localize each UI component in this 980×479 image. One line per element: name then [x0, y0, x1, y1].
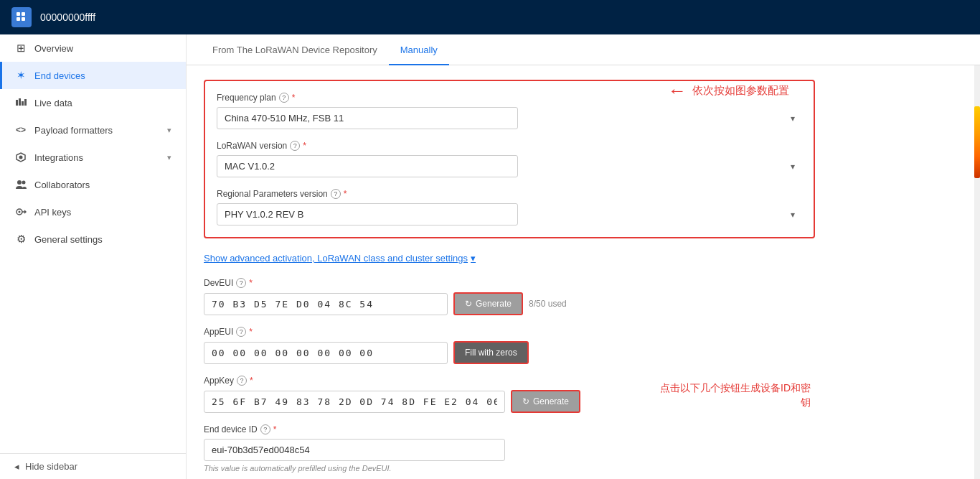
- app-key-input[interactable]: [204, 391, 505, 413]
- sidebar-item-label: Overview: [34, 43, 73, 54]
- regional-params-select[interactable]: PHY V1.0.2 REV B: [217, 203, 518, 225]
- tab-manually[interactable]: Manually: [389, 34, 449, 65]
- frequency-plan-chevron-icon: ▾: [791, 113, 795, 124]
- app-eui-input-group: Fill with zeros: [204, 341, 815, 364]
- hide-sidebar-button[interactable]: ◂ Hide sidebar: [0, 453, 186, 479]
- gear-icon: ⚙: [14, 233, 27, 246]
- app-key-help-icon[interactable]: ?: [237, 376, 247, 386]
- param-box: Frequency plan ? * China 470-510 MHz, FS…: [204, 80, 815, 238]
- end-device-id-help-icon[interactable]: ?: [260, 424, 270, 434]
- svg-rect-5: [19, 98, 21, 106]
- frequency-plan-select-wrapper: China 470-510 MHz, FSB 11 ▾: [217, 107, 802, 129]
- collaborators-icon: [14, 178, 27, 191]
- annotation-text-1: 依次按如图参数配置: [692, 84, 789, 98]
- regional-params-select-wrapper: PHY V1.0.2 REV B ▾: [217, 203, 802, 225]
- sidebar-item-label: Payload formatters: [34, 125, 113, 136]
- app-eui-help-icon[interactable]: ?: [236, 327, 246, 337]
- svg-point-8: [19, 156, 23, 159]
- app-eui-row: AppEUI ? * Fill with zeros: [204, 327, 815, 364]
- generate-icon: ↻: [465, 299, 472, 309]
- dev-eui-label: DevEUI ? *: [204, 278, 815, 288]
- frequency-plan-select[interactable]: China 470-510 MHz, FSB 11: [217, 107, 518, 129]
- advanced-link[interactable]: Show advanced activation, LoRaWAN class …: [204, 253, 815, 264]
- end-device-id-label: End device ID ? *: [204, 424, 815, 434]
- end-device-id-input-group: This value is automatically prefilled us…: [204, 439, 815, 473]
- sidebar-item-general-settings[interactable]: ⚙ General settings: [0, 225, 186, 253]
- app-eui-input[interactable]: [204, 342, 448, 364]
- payload-icon: <>: [14, 124, 27, 136]
- sidebar-item-label: Live data: [34, 98, 72, 108]
- app-logo: [11, 7, 32, 27]
- generate-icon: ↻: [522, 396, 529, 406]
- regional-params-help-icon[interactable]: ?: [331, 189, 341, 199]
- end-device-id-hint: This value is automatically prefilled us…: [204, 464, 815, 473]
- app-eui-label: AppEUI ? *: [204, 327, 815, 337]
- svg-point-12: [19, 211, 21, 213]
- dev-eui-input[interactable]: [204, 293, 448, 315]
- sidebar: ⊞ Overview ✶ End devices Live data <> Pa…: [0, 34, 187, 479]
- form-content: ← 依次按如图参数配置 Frequency plan ? * China 470…: [187, 65, 832, 479]
- sidebar-item-overview[interactable]: ⊞ Overview: [0, 34, 186, 62]
- lorawan-version-select[interactable]: MAC V1.0.2: [217, 155, 518, 177]
- sidebar-item-label: General settings: [34, 234, 103, 245]
- svg-rect-3: [22, 17, 25, 21]
- annotation-2: 点击以下几个按钮生成设备ID和密钥: [653, 381, 811, 409]
- tab-from-repo[interactable]: From The LoRaWAN Device Repository: [201, 34, 389, 65]
- app-key-generate-button[interactable]: ↻ Generate: [511, 390, 580, 413]
- dev-eui-char-count: 8/50 used: [529, 299, 567, 309]
- svg-rect-4: [16, 100, 18, 106]
- regional-params-label: Regional Parameters version ? *: [217, 189, 802, 199]
- lorawan-version-select-wrapper: MAC V1.0.2 ▾: [217, 155, 802, 177]
- live-data-icon: [14, 96, 27, 109]
- end-device-id-row: End device ID ? * This value is automati…: [204, 424, 815, 473]
- overview-icon: ⊞: [14, 42, 27, 55]
- sidebar-item-label: API keys: [34, 207, 71, 218]
- svg-rect-0: [17, 12, 20, 16]
- lorawan-version-group: LoRaWAN version ? * MAC V1.0.2 ▾: [217, 141, 802, 177]
- tabs-bar: From The LoRaWAN Device Repository Manua…: [187, 34, 980, 65]
- main-content: From The LoRaWAN Device Repository Manua…: [187, 34, 980, 479]
- top-bar: 00000000ffff: [0, 0, 980, 34]
- hide-sidebar-icon: ◂: [14, 461, 19, 472]
- svg-point-9: [17, 180, 22, 185]
- app-title: 00000000ffff: [40, 11, 95, 23]
- chevron-icon: ▾: [167, 153, 171, 162]
- lorawan-version-help-icon[interactable]: ?: [290, 141, 300, 151]
- dev-eui-generate-button[interactable]: ↻ Generate: [453, 292, 523, 315]
- scrollbar-track[interactable]: [974, 34, 980, 479]
- dev-eui-help-icon[interactable]: ?: [236, 278, 246, 288]
- sidebar-item-api-keys[interactable]: API keys: [0, 198, 186, 225]
- integrations-icon: [14, 151, 27, 164]
- end-device-id-input[interactable]: [204, 439, 505, 461]
- sidebar-item-label: End devices: [34, 70, 85, 81]
- svg-rect-6: [22, 101, 24, 106]
- lorawan-version-label: LoRaWAN version ? *: [217, 141, 802, 151]
- sidebar-item-end-devices[interactable]: ✶ End devices: [0, 62, 186, 89]
- dev-eui-row: DevEUI ? * ↻ Generate 8/50 used: [204, 278, 815, 315]
- annotation-arrow-left: ←: [668, 80, 687, 102]
- frequency-plan-help-icon[interactable]: ?: [279, 93, 289, 103]
- hide-sidebar-label: Hide sidebar: [25, 461, 77, 472]
- api-keys-icon: [14, 205, 27, 218]
- svg-rect-7: [24, 99, 27, 106]
- sidebar-item-label: Integrations: [34, 152, 83, 163]
- fill-zeros-button[interactable]: Fill with zeros: [453, 341, 529, 364]
- regional-params-chevron-icon: ▾: [791, 210, 795, 220]
- sidebar-item-live-data[interactable]: Live data: [0, 89, 186, 116]
- sidebar-item-collaborators[interactable]: Collaborators: [0, 171, 186, 198]
- scrollbar-thumb: [974, 106, 980, 178]
- svg-point-10: [22, 181, 26, 185]
- sidebar-item-payload-formatters[interactable]: <> Payload formatters ▾: [0, 116, 186, 144]
- regional-params-group: Regional Parameters version ? * PHY V1.0…: [217, 189, 802, 225]
- chevron-icon: ▾: [167, 126, 171, 135]
- lorawan-version-chevron-icon: ▾: [791, 162, 795, 172]
- svg-rect-1: [22, 12, 25, 16]
- dev-eui-input-group: ↻ Generate 8/50 used: [204, 292, 815, 315]
- sidebar-item-label: Collaborators: [34, 180, 90, 190]
- end-devices-icon: ✶: [14, 69, 27, 82]
- svg-rect-2: [17, 17, 20, 21]
- advanced-link-chevron-icon: ▾: [471, 253, 476, 264]
- annotation-1: ← 依次按如图参数配置: [668, 80, 789, 102]
- sidebar-item-integrations[interactable]: Integrations ▾: [0, 144, 186, 171]
